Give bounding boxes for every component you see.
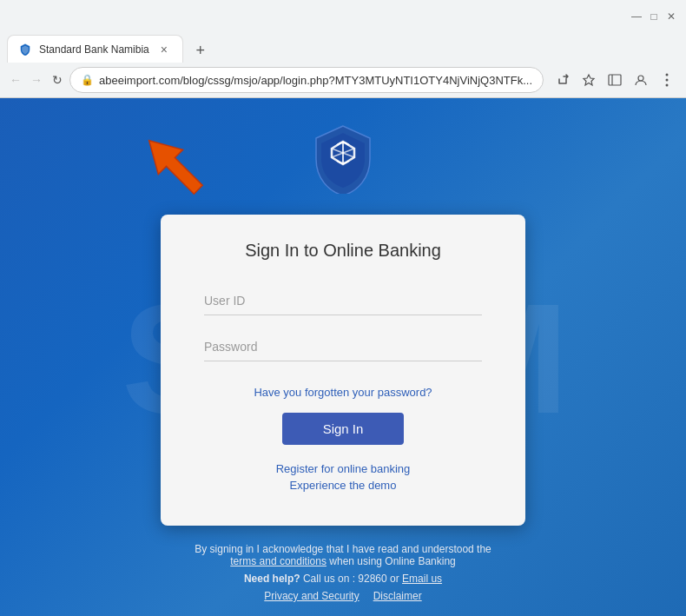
svg-point-6 <box>666 84 669 87</box>
bank-logo <box>313 124 373 194</box>
window-controls: ― □ ✕ <box>630 10 677 23</box>
email-link[interactable]: Email us <box>402 573 442 585</box>
footer-links-row: Privacy and Security Disclaimer <box>195 590 491 602</box>
title-bar: ― □ ✕ <box>0 0 686 31</box>
svg-point-3 <box>638 76 643 81</box>
share-button[interactable] <box>551 68 575 92</box>
svg-marker-0 <box>584 75 594 85</box>
tab-bar: Standard Bank Namibia × + <box>0 31 686 63</box>
page-content: SCAM Sign In to Online Banking <box>0 98 686 616</box>
svg-point-5 <box>666 79 669 82</box>
maximize-button[interactable]: □ <box>648 10 660 23</box>
svg-rect-1 <box>609 75 621 85</box>
call-text: Call us on : 92860 or <box>303 573 399 585</box>
address-bar[interactable]: 🔒 abeeimport.com/blog/cssg/msjo/app/logi… <box>69 67 544 93</box>
logo-container <box>313 124 373 197</box>
minimize-button[interactable]: ― <box>630 10 643 23</box>
profile-button[interactable] <box>629 68 653 92</box>
svg-point-4 <box>666 74 669 76</box>
terms-link[interactable]: terms and conditions <box>230 555 327 567</box>
privacy-link[interactable]: Privacy and Security <box>264 590 359 602</box>
page-footer: By signing in I acknowledge that I have … <box>195 543 491 602</box>
nav-actions <box>551 68 679 92</box>
footer-line1: By signing in I acknowledge that I have … <box>195 543 491 567</box>
lock-icon: 🔒 <box>81 74 94 86</box>
sign-in-button[interactable]: Sign In <box>282 413 404 445</box>
refresh-button[interactable]: ↻ <box>49 68 66 92</box>
forgot-password-link[interactable]: Have you forgotten your password? <box>204 386 482 399</box>
tab-favicon <box>18 43 32 56</box>
register-link[interactable]: Register for online banking <box>204 462 482 475</box>
password-input[interactable] <box>204 333 482 361</box>
new-tab-button[interactable]: + <box>188 38 213 63</box>
disclaimer-link[interactable]: Disclaimer <box>373 590 422 602</box>
url-text: abeeimport.com/blog/cssg/msjo/app/login.… <box>99 74 532 87</box>
demo-link[interactable]: Experience the demo <box>204 479 482 492</box>
close-button[interactable]: ✕ <box>665 10 677 23</box>
userid-input[interactable] <box>204 287 482 315</box>
menu-button[interactable] <box>655 68 679 92</box>
tab-title: Standard Bank Namibia <box>39 43 149 56</box>
help-text: Need help? <box>244 573 300 585</box>
svg-marker-7 <box>137 129 211 202</box>
active-tab[interactable]: Standard Bank Namibia × <box>7 35 183 63</box>
browser-chrome: ― □ ✕ Standard Bank Namibia × + ← → ↻ <box>0 0 686 98</box>
forward-button[interactable]: → <box>28 68 45 92</box>
sidebar-button[interactable] <box>603 68 627 92</box>
card-title: Sign In to Online Banking <box>204 241 482 261</box>
footer-help-row: Need help? Call us on : 92860 or Email u… <box>195 573 491 585</box>
login-card: Sign In to Online Banking Have you forgo… <box>161 215 525 526</box>
warning-arrow <box>135 126 213 208</box>
bookmark-button[interactable] <box>577 68 601 92</box>
tab-close-button[interactable]: × <box>156 42 172 57</box>
nav-bar: ← → ↻ 🔒 abeeimport.com/blog/cssg/msjo/ap… <box>0 63 686 97</box>
back-button[interactable]: ← <box>7 68 24 92</box>
